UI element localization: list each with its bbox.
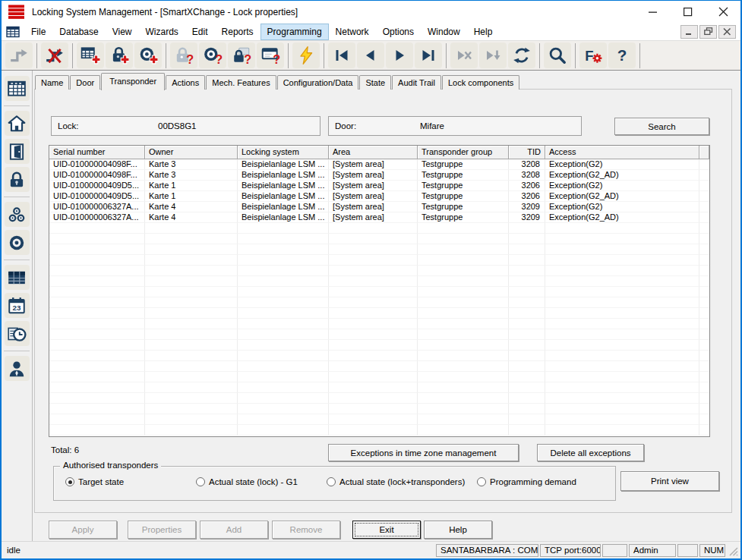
menu-window[interactable]: Window — [422, 24, 466, 39]
next-record-button[interactable] — [386, 42, 413, 68]
first-record-button[interactable] — [328, 42, 355, 68]
column-header-tid[interactable]: TID — [509, 146, 545, 159]
toolbar-separator — [288, 43, 289, 68]
radio-circle[interactable] — [327, 477, 336, 486]
exit-button[interactable]: Exit — [352, 521, 421, 539]
tab-audit-trail[interactable]: Audit Trail — [392, 75, 441, 90]
read-transponder-button[interactable]: ? — [199, 42, 226, 68]
table-row[interactable]: UID-010000006327A...Karte 4Beispielanlag… — [49, 212, 709, 223]
transponder-icon — [7, 233, 27, 253]
table-row[interactable]: UID-010000004098F...Karte 3Beispielanlag… — [49, 159, 709, 170]
tab-lock-components[interactable]: Lock components — [442, 75, 519, 90]
menu-options[interactable]: Options — [377, 24, 420, 39]
toolbar-separator — [575, 43, 576, 68]
toolbar-separator — [539, 43, 540, 68]
disconnect-button[interactable] — [41, 42, 68, 68]
menu-edit[interactable]: Edit — [186, 24, 214, 39]
print-view-button[interactable]: Print view — [620, 471, 719, 491]
menu-database[interactable]: Database — [53, 24, 104, 39]
sidebar-lock-button[interactable] — [5, 167, 30, 192]
last-record-icon — [419, 46, 437, 64]
menu-view[interactable]: View — [106, 24, 138, 39]
table-row[interactable]: UID-010000006327A...Karte 4Beispielanlag… — [49, 202, 709, 212]
new-locking-system-button[interactable] — [77, 42, 104, 68]
menu-reports[interactable]: Reports — [216, 24, 260, 39]
resize-grip[interactable] — [728, 544, 738, 556]
menu-network[interactable]: Network — [330, 24, 375, 39]
sidebar-time-zone-button[interactable] — [5, 321, 30, 346]
sidebar-door-button[interactable] — [5, 139, 30, 164]
sidebar-calendar-button[interactable]: 23 — [5, 293, 30, 318]
menu-help[interactable]: Help — [468, 24, 499, 39]
door-icon — [7, 142, 27, 162]
exceptions-time-zone-button[interactable]: Exceptions in time zone management — [328, 444, 519, 461]
radio-circle[interactable] — [196, 477, 205, 486]
mdi-restore-button[interactable] — [699, 25, 717, 39]
tab-name[interactable]: Name — [35, 75, 69, 90]
tab-transponder[interactable]: Transponder — [101, 73, 165, 90]
column-header-area[interactable]: Area — [329, 146, 418, 159]
table-row-empty — [49, 404, 709, 414]
table-row[interactable]: UID-010000004098F...Karte 3Beispielanlag… — [49, 170, 709, 181]
table-cell: Testgruppe — [418, 202, 509, 212]
table-cell: Exception(G2) — [545, 181, 699, 191]
radio-circle[interactable] — [65, 477, 74, 486]
menu-file[interactable]: File — [25, 24, 52, 39]
close-button[interactable] — [706, 1, 740, 23]
refresh-button[interactable] — [508, 42, 535, 68]
table-row[interactable]: UID-01000000409D5...Karte 1Beispielanlag… — [49, 181, 709, 191]
sidebar-list-view-button[interactable] — [5, 265, 30, 290]
search-button-toolbar[interactable] — [544, 42, 571, 68]
radio-target-state[interactable]: Target state — [65, 477, 124, 486]
radio-programming-demand[interactable]: Programming demand — [477, 477, 576, 486]
sidebar-transponder-button[interactable] — [5, 230, 30, 255]
read-mifare-lock-button[interactable]: ? — [228, 42, 255, 68]
sidebar-user-button[interactable] — [5, 356, 30, 381]
column-header-access[interactable]: Access — [545, 146, 699, 159]
sidebar-transponder-groups-button[interactable] — [5, 202, 30, 227]
radio-circle[interactable] — [477, 477, 486, 486]
help-button-toolbar[interactable]: ? — [608, 42, 636, 68]
filter-settings-button[interactable]: F — [579, 42, 607, 68]
radio-actual-state-lock-g1[interactable]: Actual state (lock) - G1 — [196, 477, 298, 486]
table-row-empty — [49, 255, 709, 266]
new-lock-button[interactable] — [106, 42, 133, 68]
tab-configuration-data[interactable]: Configuration/Data — [277, 75, 359, 90]
menu-wizards[interactable]: Wizards — [140, 24, 185, 39]
table-cell — [145, 329, 238, 340]
close-icon — [718, 7, 728, 17]
mdi-minimize-button[interactable] — [680, 25, 698, 39]
table-cell — [418, 404, 509, 414]
column-header-serial-number[interactable]: Serial number — [49, 146, 145, 159]
table-row[interactable]: UID-01000000409D5...Karte 1Beispielanlag… — [49, 191, 709, 202]
sidebar-building-button[interactable] — [5, 111, 30, 136]
new-transponder-button[interactable] — [134, 42, 162, 68]
table-cell — [238, 244, 329, 255]
search-button[interactable]: Search — [614, 118, 709, 135]
total-count: Total: 6 — [51, 445, 79, 455]
tab-door[interactable]: Door — [70, 75, 100, 90]
table-cell: [System area] — [329, 191, 418, 202]
tab-actions[interactable]: Actions — [166, 75, 205, 90]
column-header-locking-system[interactable]: Locking system — [238, 146, 329, 159]
last-record-button[interactable] — [415, 42, 442, 68]
program-button[interactable] — [292, 42, 320, 68]
minimize-button[interactable] — [636, 1, 671, 23]
table-cell — [145, 287, 238, 297]
radio-actual-state-lock-transponders[interactable]: Actual state (lock+transponders) — [327, 477, 465, 486]
column-header-transponder-group[interactable]: Transponder group — [418, 146, 509, 159]
delete-all-exceptions-button[interactable]: Delete all exceptions — [537, 444, 644, 461]
previous-record-button[interactable] — [357, 42, 384, 68]
tab-mech-features[interactable]: Mech. Features — [206, 75, 276, 90]
column-header-owner[interactable]: Owner — [145, 146, 238, 159]
mdi-close-button[interactable] — [718, 25, 736, 39]
menu-programming[interactable]: Programming — [261, 24, 328, 39]
read-lock-button[interactable]: ? — [170, 42, 197, 68]
tab-state[interactable]: State — [359, 75, 391, 90]
read-card-button[interactable]: ? — [257, 42, 284, 68]
help-button[interactable]: Help — [424, 521, 492, 539]
sidebar-matrix-button[interactable] — [5, 76, 30, 101]
table-cell: Exception(G2_AD) — [545, 212, 699, 223]
maximize-button[interactable] — [671, 1, 706, 23]
table-row-empty — [49, 340, 709, 351]
